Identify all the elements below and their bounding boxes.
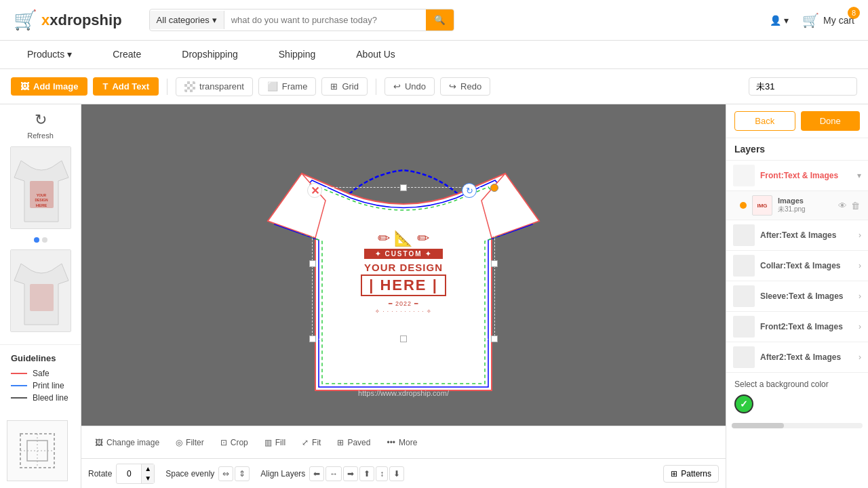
back-button[interactable]: Back — [734, 111, 795, 131]
patterns-icon: ⊞ — [671, 469, 677, 479]
handle-top-right[interactable] — [490, 184, 498, 192]
undo-icon: ↩ — [393, 81, 401, 92]
canvas-url-watermark: https://www.xdropship.com/ — [261, 389, 546, 397]
layer-delete-icon[interactable]: 🗑 — [851, 201, 860, 211]
fit-button[interactable]: ⤢ Fit — [295, 434, 328, 451]
patterns-button[interactable]: ⊞ Patterns — [663, 465, 719, 483]
search-category-dropdown[interactable]: All categories ▾ — [150, 11, 224, 29]
crop-button[interactable]: ⊡ Crop — [214, 434, 255, 451]
nav-item-products[interactable]: Products ▾ — [27, 41, 72, 68]
layer-collar-header[interactable]: Collar:Text & Images › — [726, 251, 868, 281]
layer-front-chevron-icon: ▾ — [857, 171, 861, 180]
redo-button[interactable]: ↪ Redo — [440, 77, 490, 96]
dot-1[interactable] — [34, 237, 39, 243]
check-mark-icon: ✓ — [740, 399, 748, 409]
align-center-h-button[interactable]: ↔ — [326, 466, 342, 481]
layer-sleeve-chevron-icon: › — [859, 291, 861, 301]
layer-sleeve-header[interactable]: Sleeve:Text & Images › — [726, 281, 868, 311]
rotate-down-button[interactable]: ▼ — [141, 474, 154, 483]
nav-item-about[interactable]: About Us — [356, 41, 395, 68]
filter-icon: ◎ — [176, 438, 182, 447]
layer-after2-text-images: After2:Text & Images › — [726, 342, 868, 373]
handle-top-middle[interactable] — [400, 184, 407, 191]
preview-thumb-2[interactable] — [10, 249, 71, 332]
scroll-thumb[interactable] — [732, 423, 784, 428]
align-bottom-button[interactable]: ⬇ — [389, 466, 404, 481]
space-evenly-h-button[interactable]: ⇔ — [218, 466, 233, 481]
grid-button[interactable]: ⊞ Grid — [321, 77, 368, 96]
search-button[interactable]: 🔍 — [426, 9, 454, 30]
layer-after-thumb — [733, 224, 755, 246]
layer-images-sub: IMG Images 未31.png 👁 🗑 — [726, 190, 868, 220]
layer-collar-chevron-icon: › — [859, 261, 861, 270]
scroll-track — [732, 423, 863, 428]
user-account-button[interactable]: 👤 ▾ — [770, 15, 789, 26]
layer-front2-text-images: Front2:Text & Images › — [726, 312, 868, 342]
bottom-toolbar: 🖼 Change image ◎ Filter ⊡ Crop ▥ Fill ⤢ — [81, 426, 726, 458]
warning-dot — [740, 202, 747, 209]
space-evenly-label: Space evenly — [165, 469, 214, 479]
add-text-button[interactable]: T Add Text — [93, 77, 159, 96]
layer-after-text-images: After:Text & Images › — [726, 220, 868, 251]
more-button[interactable]: ••• More — [380, 434, 424, 451]
space-evenly-v-button[interactable]: ⇕ — [235, 466, 250, 481]
align-top-button[interactable]: ⬆ — [359, 466, 374, 481]
delete-handle[interactable]: ✕ — [307, 183, 322, 198]
logo[interactable]: 🛒 xxdropship — [14, 9, 122, 31]
header-right: 👤 ▾ 🛒 8 My cart — [770, 12, 854, 28]
user-icon: 👤 — [770, 15, 781, 26]
layer-front-header[interactable]: Front:Text & Images ▾ — [726, 161, 868, 190]
fill-button[interactable]: ▥ Fill — [258, 434, 292, 451]
dot-2[interactable] — [42, 237, 47, 243]
rotate-up-button[interactable]: ▲ — [141, 464, 154, 474]
selection-box — [312, 187, 495, 340]
space-evenly-group: Space evenly ⇔ ⇕ — [165, 466, 250, 481]
layer-front2-header[interactable]: Front2:Text & Images › — [726, 312, 868, 342]
frame-icon: ⬜ — [267, 81, 278, 92]
layer-sleeve-text-images: Sleeve:Text & Images › — [726, 281, 868, 312]
bleed-line-icon — [11, 397, 27, 399]
right-panel: Back Done Layers Front:Text & Images ▾ I… — [726, 104, 868, 488]
nav-item-create[interactable]: Create — [113, 41, 141, 68]
bg-color-green[interactable]: ✓ — [734, 394, 753, 413]
frame-button[interactable]: ⬜ Frame — [258, 77, 317, 96]
align-center-v-button[interactable]: ↕ — [376, 466, 388, 481]
sku-input[interactable] — [749, 77, 857, 96]
handle-middle-right[interactable] — [491, 260, 498, 267]
search-input[interactable] — [224, 11, 426, 29]
layer-collar-label: Collar:Text & Images — [760, 261, 853, 270]
header: 🛒 xxdropship All categories ▾ 🔍 👤 ▾ 🛒 8 … — [0, 0, 868, 41]
rotate-handle[interactable]: ↻ — [462, 183, 477, 198]
layer-after2-header[interactable]: After2:Text & Images › — [726, 342, 868, 372]
align-right-button[interactable]: ➡ — [343, 466, 358, 481]
paved-button[interactable]: ⊞ Paved — [330, 434, 377, 451]
rotate-input[interactable] — [117, 467, 141, 481]
handle-bottom-middle[interactable] — [400, 336, 407, 342]
layer-sleeve-thumb — [733, 285, 755, 307]
nav-item-dropshipping[interactable]: Dropshipping — [182, 41, 238, 68]
undo-button[interactable]: ↩ Undo — [384, 77, 435, 96]
change-image-button[interactable]: 🖼 Change image — [88, 434, 166, 451]
cart-button[interactable]: 🛒 8 My cart — [802, 12, 854, 28]
filter-button[interactable]: ◎ Filter — [169, 434, 211, 451]
svg-text:DESIGN: DESIGN — [35, 198, 48, 202]
layer-eye-icon[interactable]: 👁 — [838, 201, 847, 211]
zoom-box[interactable] — [7, 420, 68, 481]
toolbar-divider-2 — [376, 79, 376, 95]
logo-text: xxdropship — [41, 12, 122, 29]
guideline-safe: Safe — [11, 369, 70, 378]
handle-bottom-left[interactable] — [309, 336, 316, 342]
transparent-button[interactable]: transparent — [176, 77, 253, 96]
handle-middle-left[interactable] — [309, 260, 316, 267]
layer-collar-thumb — [733, 255, 755, 277]
guideline-bleed: Bleed line — [11, 393, 70, 403]
add-image-button[interactable]: 🖼 Add Image — [11, 77, 87, 96]
layer-after-header[interactable]: After:Text & Images › — [726, 220, 868, 250]
done-button[interactable]: Done — [801, 111, 861, 131]
preview-thumb-1[interactable]: YOUR DESIGN HERE — [10, 146, 71, 229]
refresh-button[interactable]: ↻ Refresh — [27, 111, 54, 140]
handle-bottom-right[interactable] — [491, 336, 498, 342]
align-left-button[interactable]: ⬅ — [309, 466, 324, 481]
nav-item-shipping[interactable]: Shipping — [279, 41, 316, 68]
bg-color-title: Select a background color — [734, 380, 860, 389]
